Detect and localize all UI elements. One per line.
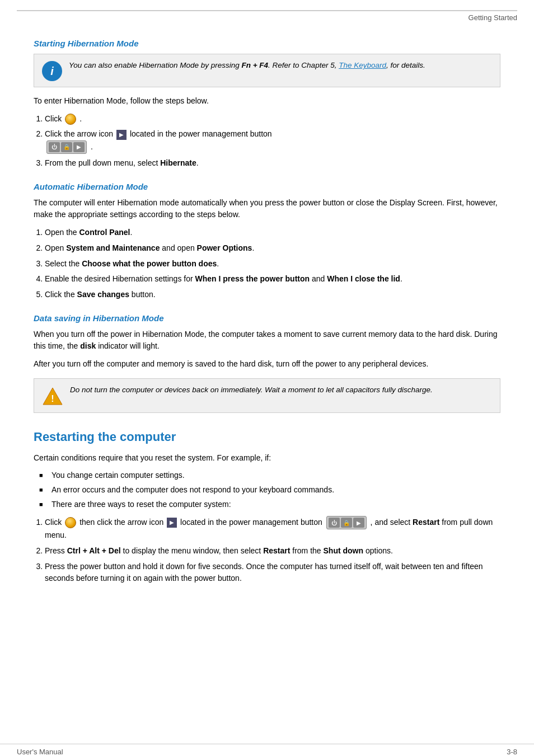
- data-para1-end: indicator will light.: [96, 341, 160, 350]
- step3-after: .: [196, 158, 199, 167]
- step-2: Click the arrow icon ▶ located in the po…: [45, 128, 500, 154]
- step1-before: Click: [45, 114, 64, 123]
- step1-after: .: [79, 114, 82, 123]
- footer-left: User's Manual: [17, 748, 63, 756]
- start-orb-icon-2: [65, 517, 76, 528]
- auto-s2-bold2: Power Options: [197, 243, 252, 252]
- info-note-before: You can also enable Hibernation Mode by …: [69, 61, 241, 69]
- restart-step-2: Press Ctrl + Alt + Del to display the me…: [45, 545, 500, 557]
- arrow-icon-1: ▶: [116, 130, 127, 140]
- footer: User's Manual 3-8: [0, 744, 534, 756]
- bullet-2: An error occurs and the computer does no…: [39, 484, 500, 496]
- restarting-bullets: You change certain computer settings. An…: [39, 469, 500, 510]
- content-area: Starting Hibernation Mode i You can also…: [0, 39, 534, 613]
- rs2-end: from the: [290, 546, 323, 555]
- auto-s5-after: button.: [129, 290, 156, 299]
- auto-s1-after: .: [130, 228, 133, 237]
- step2-end: .: [91, 142, 93, 151]
- start-orb-icon: [65, 114, 76, 125]
- rs2-ctrl: Ctrl + Alt + Del: [67, 546, 121, 555]
- automatic-hibernation-title: Automatic Hibernation Mode: [34, 182, 500, 191]
- step-3: From the pull down menu, select Hibernat…: [45, 157, 500, 170]
- footer-right: 3-8: [507, 748, 517, 756]
- bullet-1: You change certain computer settings.: [39, 469, 500, 482]
- rs1-end: , and select: [371, 518, 413, 527]
- auto-s3-text: Select the: [45, 259, 82, 268]
- pm-lock-btn: 🔒: [61, 142, 72, 152]
- rs2-mid: to display the menu window, then select: [121, 546, 263, 555]
- auto-s4-bold1: When I press the power button: [195, 274, 310, 283]
- auto-s2-mid: and open: [160, 243, 196, 252]
- info-text: You can also enable Hibernation Mode by …: [69, 60, 425, 71]
- auto-s3-bold: Choose what the power button does: [82, 259, 217, 268]
- data-para1-bold: disk: [80, 341, 96, 350]
- auto-s2-after: .: [252, 243, 254, 252]
- auto-step-5: Click the Save changes button.: [45, 289, 500, 301]
- auto-step-3: Select the Choose what the power button …: [45, 258, 500, 270]
- starting-hibernation-title: Starting Hibernation Mode: [34, 39, 500, 48]
- rs1-click: Click: [45, 518, 64, 527]
- warning-icon: !: [42, 386, 63, 407]
- hibernation-intro: To enter Hibernation Mode, follow the st…: [34, 95, 500, 107]
- rs1-mid2: located in the power management button: [180, 518, 325, 527]
- info-note-2: . Refer to Chapter 5,: [268, 61, 339, 69]
- data-saving-title: Data saving in Hibernation Mode: [34, 313, 500, 323]
- rs2-text: Press: [45, 546, 67, 555]
- pm-arrow-btn: ▶: [73, 142, 85, 152]
- warning-box: ! Do not turn the computer or devices ba…: [34, 378, 500, 413]
- auto-hibernation-intro: The computer will enter Hibernation mode…: [34, 197, 500, 221]
- rs2-restart: Restart: [263, 546, 290, 555]
- auto-s2-text: Open: [45, 243, 66, 252]
- auto-s4-mid: and: [310, 274, 327, 283]
- step-1: Click .: [45, 113, 500, 125]
- step3-before: From the pull down menu, select: [45, 158, 160, 167]
- auto-s2-bold1: System and Maintenance: [66, 243, 160, 252]
- auto-hibernation-steps: Open the Control Panel. Open System and …: [45, 227, 500, 300]
- restart-step-3: Press the power button and hold it down …: [45, 561, 500, 585]
- restarting-title: Restarting the computer: [34, 430, 500, 444]
- pm-strip-2: ⏻ 🔒 ▶: [326, 516, 367, 529]
- restart-step-1: Click then click the arrow icon ▶ locate…: [45, 516, 500, 542]
- pm-power-btn: ⏻: [49, 142, 60, 152]
- page-container: Getting Started Starting Hibernation Mod…: [0, 10, 534, 756]
- restarting-steps: Click then click the arrow icon ▶ locate…: [45, 516, 500, 585]
- auto-s1-text: Open the: [45, 228, 79, 237]
- auto-s4-bold2: When I close the lid: [327, 274, 400, 283]
- auto-s5-bold: Save changes: [77, 290, 129, 299]
- step3-hibernate: Hibernate: [160, 158, 196, 167]
- chapter-label: Getting Started: [469, 13, 517, 22]
- arrow-icon-2: ▶: [167, 518, 177, 528]
- starting-hibernation-steps: Click . Click the arrow icon ▶ located i…: [45, 113, 500, 170]
- pm2-arrow-btn: ▶: [353, 518, 364, 528]
- keyboard-link[interactable]: The Keyboard: [339, 61, 386, 69]
- rs1-bold: Restart: [413, 518, 439, 527]
- warning-triangle-svg: !: [42, 386, 63, 407]
- warning-text: Do not turn the computer or devices back…: [70, 384, 433, 396]
- pm-strip-1: ⏻ 🔒 ▶: [46, 140, 87, 154]
- rs2-final: options.: [363, 546, 393, 555]
- auto-step-4: Enable the desired Hibernation settings …: [45, 273, 500, 285]
- info-icon: i: [42, 61, 62, 81]
- auto-s1-bold: Control Panel: [79, 228, 130, 237]
- top-header: Getting Started: [0, 11, 534, 26]
- pm2-power-btn: ⏻: [329, 518, 340, 528]
- auto-s3-after: .: [217, 259, 219, 268]
- restarting-intro: Certain conditions require that you rese…: [34, 452, 500, 464]
- svg-text:!: !: [51, 394, 54, 403]
- bullet-3: There are three ways to reset the comput…: [39, 499, 500, 511]
- info-box-hibernation: i You can also enable Hibernation Mode b…: [34, 54, 500, 87]
- auto-step-2: Open System and Maintenance and open Pow…: [45, 242, 500, 255]
- info-note-3: , for details.: [386, 61, 425, 69]
- info-fn-f4: Fn + F4: [241, 61, 268, 69]
- step2-before: Click the arrow icon: [45, 129, 115, 138]
- data-saving-para2: After you turn off the computer and memo…: [34, 358, 500, 370]
- rs2-shutdown: Shut down: [324, 546, 364, 555]
- step2-mid: located in the power management button: [130, 129, 272, 138]
- auto-s4-text: Enable the desired Hibernation settings …: [45, 274, 195, 283]
- data-saving-para1: When you turn off the power in Hibernati…: [34, 328, 500, 353]
- pm2-lock-btn: 🔒: [341, 518, 352, 528]
- auto-step-1: Open the Control Panel.: [45, 227, 500, 239]
- rs1-mid: then click the arrow icon: [79, 518, 166, 527]
- auto-s4-after: .: [400, 274, 402, 283]
- auto-s5-text: Click the: [45, 290, 77, 299]
